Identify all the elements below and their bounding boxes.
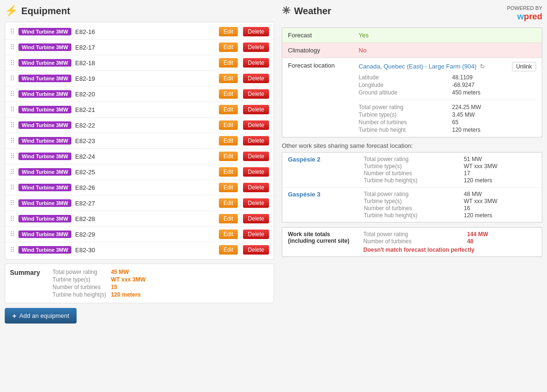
delete-button[interactable]: Delete	[243, 245, 269, 255]
edit-button[interactable]: Edit	[219, 58, 238, 68]
site-row: Gaspésie 3 Total power rating 48 MW Turb…	[282, 187, 542, 222]
sites-table: Gaspésie 2 Total power rating 51 MW Turb…	[282, 152, 542, 222]
drag-handle-icon[interactable]: ⠿	[10, 230, 15, 238]
delete-button[interactable]: Delete	[243, 167, 269, 177]
drag-handle-icon[interactable]: ⠿	[10, 75, 15, 82]
delete-button[interactable]: Delete	[243, 105, 269, 114]
location-link[interactable]: Canada, Quebec (East) - Large Farm (904)	[359, 63, 477, 70]
summary-label: Summary	[10, 269, 48, 298]
altitude-key: Ground altitude	[359, 89, 443, 96]
equipment-row: ⠿ Wind Turbine 3MW E82-16 Edit Delete	[5, 24, 274, 40]
total-power-val: 224.25 MW	[452, 104, 536, 111]
edit-button[interactable]: Edit	[219, 167, 238, 177]
turbine-tag-badge: Wind Turbine 3MW	[18, 106, 71, 113]
location-details: Latitude 48.1109 Longitude -68.9247 Grou…	[359, 74, 537, 133]
unlink-button[interactable]: Unlink	[512, 62, 536, 71]
equipment-row: ⠿ Wind Turbine 3MW E82-22 Edit Delete	[5, 118, 274, 133]
delete-button[interactable]: Delete	[243, 198, 269, 208]
equipment-name: E82-30	[75, 247, 215, 254]
delete-button[interactable]: Delete	[243, 183, 269, 192]
delete-button[interactable]: Delete	[243, 74, 269, 83]
altitude-val: 450 meters	[452, 89, 536, 96]
asterisk-icon: ✳	[282, 5, 290, 17]
drag-handle-icon[interactable]: ⠿	[10, 246, 15, 254]
summary-total-power-val: 45 MW	[111, 269, 165, 275]
edit-button[interactable]: Edit	[219, 152, 238, 161]
edit-button[interactable]: Edit	[219, 198, 238, 208]
totals-power-key: Total power rating	[364, 231, 460, 238]
edit-button[interactable]: Edit	[219, 89, 238, 99]
summary-turbine-types-val: WT xxx 3MW	[111, 276, 165, 283]
delete-button[interactable]: Delete	[243, 43, 269, 52]
drag-handle-icon[interactable]: ⠿	[10, 153, 15, 160]
totals-details: Total power rating 144 MW Number of turb…	[358, 227, 542, 256]
edit-button[interactable]: Edit	[219, 105, 238, 114]
drag-handle-icon[interactable]: ⠿	[10, 199, 15, 207]
num-turbines-val: 65	[452, 119, 536, 126]
edit-button[interactable]: Edit	[219, 230, 238, 239]
equipment-row: ⠿ Wind Turbine 3MW E82-29 Edit Delete	[5, 227, 274, 242]
edit-button[interactable]: Edit	[219, 214, 238, 223]
drag-handle-icon[interactable]: ⠿	[10, 168, 15, 176]
delete-button[interactable]: Delete	[243, 58, 269, 68]
delete-button[interactable]: Delete	[243, 120, 269, 130]
equipment-row: ⠿ Wind Turbine 3MW E82-30 Edit Delete	[5, 242, 274, 257]
site-name-link[interactable]: Gaspésie 2	[288, 156, 321, 163]
summary-num-turbines-val: 15	[111, 284, 165, 290]
site-power-key: Total power rating	[364, 191, 456, 197]
powered-by-text: POWERED BY	[507, 5, 542, 11]
delete-button[interactable]: Delete	[243, 214, 269, 223]
delete-button[interactable]: Delete	[243, 136, 269, 145]
add-equipment-label: Add an equipment	[19, 312, 69, 319]
weather-main-table: Forecast Yes Climatology No Forecast loc…	[282, 27, 542, 137]
edit-button[interactable]: Edit	[219, 183, 238, 192]
climatology-value: No	[353, 43, 542, 58]
longitude-val: -68.9247	[452, 82, 536, 88]
location-row: Forecast location Canada, Quebec (East) …	[282, 58, 542, 137]
turbine-tag-badge: Wind Turbine 3MW	[18, 230, 71, 238]
turbine-tag-badge: Wind Turbine 3MW	[18, 199, 71, 207]
site-turbine-types-key: Turbine type(s)	[364, 163, 456, 170]
edit-button[interactable]: Edit	[219, 43, 238, 52]
drag-handle-icon[interactable]: ⠿	[10, 90, 15, 98]
totals-turbines-val: 48	[467, 238, 536, 245]
drag-handle-icon[interactable]: ⠿	[10, 28, 15, 35]
delete-button[interactable]: Delete	[243, 89, 269, 99]
drag-handle-icon[interactable]: ⠿	[10, 59, 15, 67]
turbine-tag-badge: Wind Turbine 3MW	[18, 28, 71, 35]
refresh-icon[interactable]: ↻	[480, 63, 485, 70]
site-num-turbines-val: 17	[464, 170, 536, 177]
drag-handle-icon[interactable]: ⠿	[10, 184, 15, 191]
equipment-name: E82-24	[75, 153, 215, 160]
hub-height-key: Turbine hub height	[359, 127, 443, 133]
edit-button[interactable]: Edit	[219, 245, 238, 255]
equipment-name: E82-19	[75, 75, 215, 82]
weather-title: Weather	[294, 6, 331, 17]
edit-button[interactable]: Edit	[219, 136, 238, 145]
site-details-cell: Total power rating 51 MW Turbine type(s)…	[358, 152, 542, 187]
drag-handle-icon[interactable]: ⠿	[10, 43, 15, 51]
delete-button[interactable]: Delete	[243, 152, 269, 161]
drag-handle-icon[interactable]: ⠿	[10, 215, 15, 222]
edit-button[interactable]: Edit	[219, 27, 238, 36]
delete-button[interactable]: Delete	[243, 230, 269, 239]
turbine-tag-badge: Wind Turbine 3MW	[18, 121, 71, 129]
equipment-name: E82-28	[75, 215, 215, 222]
drag-handle-icon[interactable]: ⠿	[10, 106, 15, 113]
climatology-label: Climatology	[282, 43, 353, 58]
drag-handle-icon[interactable]: ⠿	[10, 121, 15, 129]
delete-button[interactable]: Delete	[243, 27, 269, 36]
drag-handle-icon[interactable]: ⠿	[10, 137, 15, 145]
forecast-row: Forecast Yes	[282, 27, 542, 43]
longitude-key: Longitude	[359, 82, 443, 88]
edit-button[interactable]: Edit	[219, 74, 238, 83]
totals-turbines-key: Number of turbines	[364, 238, 460, 245]
totals-label: Work site totals (including current site…	[282, 227, 358, 256]
equipment-list: ⠿ Wind Turbine 3MW E82-16 Edit Delete ⠿ …	[5, 22, 274, 260]
site-name-link[interactable]: Gaspésie 3	[288, 191, 321, 198]
equipment-row: ⠿ Wind Turbine 3MW E82-18 Edit Delete	[5, 55, 274, 71]
add-equipment-button[interactable]: + Add an equipment	[5, 308, 77, 324]
edit-button[interactable]: Edit	[219, 120, 238, 130]
powered-by: POWERED BY wpred	[507, 5, 542, 23]
num-turbines-key: Number of turbines	[359, 119, 443, 126]
